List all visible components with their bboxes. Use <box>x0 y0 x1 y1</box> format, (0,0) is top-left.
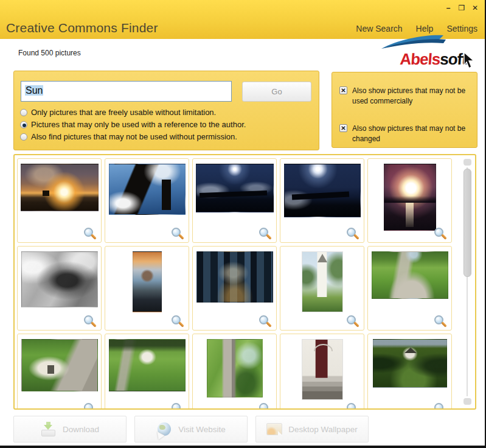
wallpaper-icon <box>266 422 282 436</box>
picture-cell[interactable] <box>280 334 364 410</box>
thumbnail-white-castle-tower <box>302 251 343 312</box>
radio-selected-icon[interactable] <box>20 121 27 128</box>
menu-new-search[interactable]: New Search <box>356 24 402 33</box>
radio-label: Only pictures that are freely usable wit… <box>31 108 216 117</box>
thumbnail-woman-in-meadow-bw <box>21 251 98 307</box>
app-window: – ❒ ✕ Creative Commons Finder New Search… <box>0 0 486 448</box>
filter-panel: ✕Also show pictures that may not be used… <box>332 72 477 148</box>
download-icon <box>41 422 57 436</box>
magnifier-icon[interactable] <box>434 315 443 324</box>
magnifier-icon[interactable] <box>259 228 268 237</box>
magnifier-icon[interactable] <box>259 403 268 410</box>
checkbox-checked-icon[interactable]: ✕ <box>339 124 347 132</box>
abelssoft-logo: Abelssoft <box>369 34 474 71</box>
magnifier-icon[interactable] <box>172 403 181 410</box>
picture-cell[interactable] <box>105 246 189 331</box>
picture-cell[interactable] <box>367 158 452 243</box>
thumbnail-angel-silhouette-dusk <box>284 164 361 217</box>
header-menu: New Search Help Settings <box>356 24 477 33</box>
title-bar: – ❒ ✕ Creative Commons Finder New Search… <box>0 0 485 39</box>
radio-icon[interactable] <box>20 109 27 116</box>
picture-cell[interactable] <box>17 334 102 410</box>
window-controls: – ❒ ✕ <box>445 4 479 12</box>
picture-cell[interactable] <box>17 246 102 331</box>
selected-query-text: Sun <box>25 85 43 96</box>
download-label: Download <box>63 425 99 434</box>
magnifier-icon[interactable] <box>259 315 268 324</box>
magnifier-icon[interactable] <box>84 315 93 324</box>
logo-swoosh-icon <box>380 34 452 50</box>
download-button[interactable]: Download <box>13 416 127 443</box>
checkbox-checked-icon[interactable]: ✕ <box>339 86 347 94</box>
go-button[interactable]: Go <box>242 82 311 102</box>
picture-cell[interactable] <box>367 246 452 331</box>
scroll-down-button[interactable] <box>463 398 471 405</box>
picture-cell[interactable] <box>192 158 277 243</box>
menu-settings[interactable]: Settings <box>446 24 477 33</box>
radio-icon[interactable] <box>20 133 27 141</box>
menu-help[interactable]: Help <box>416 24 434 33</box>
radio-option[interactable]: Only pictures that are freely usable wit… <box>20 108 314 117</box>
thumbnail-tree-trunk-forest <box>207 339 263 397</box>
radio-option[interactable]: Also find pictures that may not be used … <box>20 132 314 141</box>
checkbox-option[interactable]: ✕Also show pictures that may not be chan… <box>339 124 472 144</box>
magnifier-icon[interactable] <box>434 403 443 410</box>
radio-label: Pictures that may only be used with a re… <box>31 120 246 129</box>
thumbnail-red-door-entrance <box>302 339 343 400</box>
thumbnail-sun-over-river <box>384 164 436 231</box>
checkbox-label: Also show pictures that may not be used … <box>352 86 472 107</box>
globe-icon <box>156 422 172 436</box>
picture-cell[interactable] <box>105 334 189 410</box>
scrollbar[interactable] <box>463 159 471 405</box>
picture-cell[interactable] <box>280 158 364 243</box>
magnifier-icon[interactable] <box>84 228 93 237</box>
minimize-icon[interactable]: – <box>445 4 452 12</box>
radio-label: Also find pictures that may not be used … <box>31 132 237 141</box>
magnifier-icon[interactable] <box>347 315 356 324</box>
scroll-up-button[interactable] <box>463 159 471 166</box>
thumbnail-sunset-field <box>21 164 99 211</box>
thumbnail-city-street-dusk <box>196 251 273 303</box>
picture-cell[interactable] <box>280 246 364 331</box>
thumbnail-hillside-pavilion <box>109 339 186 391</box>
page-title: Creative Commons Finder <box>6 21 158 35</box>
magnifier-icon[interactable] <box>347 228 356 237</box>
logo-text: Abelssoft <box>369 50 467 69</box>
picture-cell[interactable] <box>17 158 102 243</box>
radio-option[interactable]: Pictures that may only be used with a re… <box>20 120 314 129</box>
checkbox-label: Also show pictures that may not be chang… <box>352 124 472 144</box>
results-panel <box>13 154 476 410</box>
search-input[interactable]: Sun <box>21 81 232 102</box>
magnifier-icon[interactable] <box>172 228 181 237</box>
magnifier-icon[interactable] <box>434 228 443 237</box>
desktop-wallpaper-label: Desktop Wallpaper <box>288 425 358 434</box>
license-options: Only pictures that are freely usable wit… <box>20 108 314 144</box>
results-count: Found 500 pictures <box>18 49 81 57</box>
gallery-grid <box>17 158 452 410</box>
visit-website-label: Visit Website <box>178 425 226 434</box>
magnifier-icon[interactable] <box>347 403 356 410</box>
thumbnail-angel-silhouette-night <box>196 164 274 212</box>
cursor-arrow-icon <box>462 51 476 69</box>
thumbnail-park-path-fork <box>372 251 448 299</box>
checkbox-option[interactable]: ✕Also show pictures that may not be used… <box>339 86 472 107</box>
search-panel: Sun Go Only pictures that are freely usa… <box>13 71 319 150</box>
maximize-icon[interactable]: ❒ <box>458 4 465 12</box>
visit-website-button[interactable]: Visit Website <box>134 416 248 443</box>
magnifier-icon[interactable] <box>84 403 93 410</box>
scroll-thumb[interactable] <box>463 169 471 277</box>
thumbnail-angel-of-the-north <box>109 164 186 215</box>
magnifier-icon[interactable] <box>172 315 181 324</box>
picture-cell[interactable] <box>367 334 452 410</box>
picture-cell[interactable] <box>192 246 277 331</box>
close-icon[interactable]: ✕ <box>471 4 479 12</box>
picture-cell[interactable] <box>105 158 189 243</box>
action-bar: Download Visit Website Desktop Wallpaper <box>13 416 369 443</box>
picture-cell[interactable] <box>192 334 277 410</box>
thumbnail-villa-in-trees <box>373 339 447 388</box>
thumbnail-grass-roofed-hut <box>21 339 98 391</box>
desktop-wallpaper-button[interactable]: Desktop Wallpaper <box>255 416 369 443</box>
thumbnail-man-portrait-sunset <box>133 251 162 312</box>
